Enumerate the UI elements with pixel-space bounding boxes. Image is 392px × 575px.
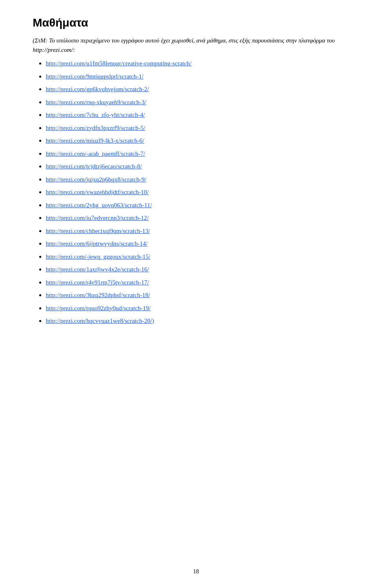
list-item: http://prezi.com/rnq-xkuyaeh9/scratch-3/	[46, 96, 359, 108]
prezi-link-5[interactable]: http://prezi.com/7chu_zfo-yht/scratch-4/	[46, 112, 145, 118]
list-item: http://prezi.com/tcjdtzj6ecao/scratch-8/	[46, 161, 359, 172]
prezi-link-18[interactable]: http://prezi.com/r4v91rm7j5tv/scratch-17…	[46, 279, 149, 286]
prezi-link-19[interactable]: http://prezi.com/3bzq292dphsf/scratch-18…	[46, 292, 150, 298]
list-item: http://prezi.com/9mtiqgpslprl/scratch-1/	[46, 71, 359, 82]
list-item: http://prezi.com/gp6kvohvejom/scratch-2/	[46, 83, 359, 95]
list-item: http://prezi.com/u1fm58lenugr/creative-c…	[46, 58, 359, 69]
prezi-link-7[interactable]: http://prezi.com/miuzl9-lk3-x/scratch-6/	[46, 137, 144, 144]
list-item: http://prezi.com/jujxq2p6bqx8/scratch-9/	[46, 174, 359, 185]
list-item: http://prezi.com/-jewq_gzgoux/scratch-15…	[46, 251, 359, 262]
prezi-link-16[interactable]: http://prezi.com/-jewq_gzgoux/scratch-15…	[46, 253, 150, 260]
prezi-link-1[interactable]: http://prezi.com/u1fm58lenugr/creative-c…	[46, 60, 192, 67]
prezi-link-17[interactable]: http://prezi.com/1axrljwv4x2e/scratch-16…	[46, 266, 149, 273]
intro-paragraph: (ΣτΜ: Το υπόλοιπο περιεχόμενο του εγγράφ…	[33, 36, 359, 54]
list-item: http://prezi.com/iu7edvercnp3/scratch-12…	[46, 212, 359, 224]
list-item: http://prezi.com/vwazehhdjdtf/scratch-10…	[46, 186, 359, 198]
page-wrapper: Μαθήματα (ΣτΜ: Το υπόλοιπο περιεχόμενο τ…	[33, 16, 359, 575]
prezi-link-20[interactable]: http://prezi.com/rquo92zby0ud/scratch-19…	[46, 305, 151, 311]
prezi-link-11[interactable]: http://prezi.com/vwazehhdjdtf/scratch-10…	[46, 189, 149, 195]
links-list: http://prezi.com/u1fm58lenugr/creative-c…	[33, 58, 359, 327]
prezi-link-21[interactable]: http://prezi.com/hqcvvuaz1we8/scratch-20…	[46, 318, 154, 324]
prezi-link-3[interactable]: http://prezi.com/gp6kvohvejom/scratch-2/	[46, 86, 149, 92]
prezi-link-9[interactable]: http://prezi.com/tcjdtzj6ecao/scratch-8/	[46, 163, 142, 170]
list-item: http://prezi.com/3bzq292dphsf/scratch-18…	[46, 289, 359, 301]
links-section: http://prezi.com/u1fm58lenugr/creative-c…	[33, 58, 359, 327]
list-item: http://prezi.com/7chu_zfo-yht/scratch-4/	[46, 109, 359, 121]
list-item: http://prezi.com/rquo92zby0ud/scratch-19…	[46, 302, 359, 314]
page-title: Μαθήματα	[33, 16, 359, 29]
prezi-link-2[interactable]: http://prezi.com/9mtiqgpslprl/scratch-1/	[46, 73, 144, 80]
list-item: http://prezi.com/zydfn3pxzrf9/scratch-5/	[46, 122, 359, 134]
prezi-link-14[interactable]: http://prezi.com/chhecixqi9qm/scratch-13…	[46, 228, 150, 234]
prezi-link-12[interactable]: http://prezi.com/2yhg_uovq063/scratch-11…	[46, 202, 152, 208]
prezi-link-15[interactable]: http://prezi.com/6ijptrwvydns/scratch-14…	[46, 240, 148, 247]
prezi-link-13[interactable]: http://prezi.com/iu7edvercnp3/scratch-12…	[46, 215, 149, 221]
list-item: http://prezi.com/-arab_paemff/scratch-7/	[46, 148, 359, 159]
page-number: 18	[193, 568, 199, 575]
list-item: http://prezi.com/hqcvvuaz1we8/scratch-20…	[46, 315, 359, 327]
prezi-link-10[interactable]: http://prezi.com/jujxq2p6bqx8/scratch-9/	[46, 176, 146, 183]
prezi-link-6[interactable]: http://prezi.com/zydfn3pxzrf9/scratch-5/	[46, 125, 145, 131]
prezi-link-4[interactable]: http://prezi.com/rnq-xkuyaeh9/scratch-3/	[46, 99, 146, 105]
list-item: http://prezi.com/r4v91rm7j5tv/scratch-17…	[46, 277, 359, 288]
list-item: http://prezi.com/miuzl9-lk3-x/scratch-6/	[46, 135, 359, 146]
list-item: http://prezi.com/1axrljwv4x2e/scratch-16…	[46, 264, 359, 275]
list-item: http://prezi.com/chhecixqi9qm/scratch-13…	[46, 225, 359, 237]
prezi-link-8[interactable]: http://prezi.com/-arab_paemff/scratch-7/	[46, 150, 145, 157]
list-item: http://prezi.com/2yhg_uovq063/scratch-11…	[46, 199, 359, 211]
list-item: http://prezi.com/6ijptrwvydns/scratch-14…	[46, 238, 359, 249]
